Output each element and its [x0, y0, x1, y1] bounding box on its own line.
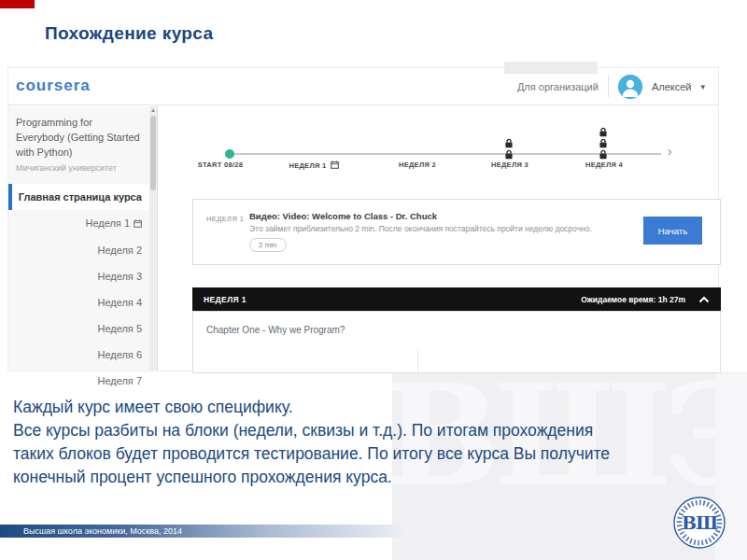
- sidebar-item-week-6[interactable]: Неделя 6: [8, 342, 157, 368]
- calendar-icon: [331, 161, 339, 171]
- task-card: НЕДЕЛЯ 1 Видео: Video: Welcome to Class …: [192, 199, 721, 265]
- timeline-next-icon[interactable]: ›: [668, 144, 672, 159]
- chapter-card: Chapter One - Why we Program?: [192, 311, 721, 373]
- body-line: Все курсы разбиты на блоки (недели, скви…: [13, 419, 610, 442]
- week-section-header[interactable]: НЕДЕЛЯ 1 Ожидаемое время: 1h 27m: [192, 287, 721, 311]
- lock-icon: [504, 149, 514, 160]
- lock-icon: [599, 127, 608, 137]
- sidebar-item-course-home[interactable]: Главная страница курса: [8, 184, 157, 210]
- body-line: Каждый курс имеет свою специфику.: [13, 396, 610, 419]
- hse-logo: ВШ: [672, 496, 726, 550]
- sidebar-item-week-3[interactable]: Неделя 3: [8, 263, 157, 289]
- course-main: › START 08/28 НЕДЕЛЯ 1 НЕДЕЛЯ 2 НЕДЕЛЯ 3…: [159, 106, 718, 371]
- footer-bar: Высшая школа экономики, Москва, 2014: [0, 525, 408, 538]
- duration-badge: 2 min: [249, 238, 287, 252]
- body-line: конечный процент успешного прохождения к…: [13, 466, 610, 489]
- header-divider: [608, 77, 609, 97]
- scroll-up-icon[interactable]: ▲: [149, 106, 157, 114]
- slide: Похождение курса coursera Для организаци…: [0, 0, 747, 560]
- course-university: Мичиганский университет: [16, 163, 142, 173]
- sidebar-scrollbar[interactable]: ▲: [149, 106, 157, 371]
- timeline-week4-label: НЕДЕЛЯ 4: [561, 161, 647, 169]
- sidebar-item-week-1[interactable]: Неделя 1: [8, 210, 157, 237]
- sidebar-item-week-7[interactable]: Неделя 7: [8, 368, 157, 394]
- template-decoration-box: [504, 62, 598, 74]
- lock-icon: [599, 149, 608, 160]
- task-card-week-label: НЕДЕЛЯ 1: [206, 215, 244, 223]
- timeline-week1-label: НЕДЕЛЯ 1: [271, 161, 357, 171]
- course-sidebar: Programming for Everybody (Getting Start…: [8, 106, 158, 371]
- week-time-estimate: Ожидаемое время: 1h 27m: [581, 295, 685, 304]
- lock-icon: [504, 138, 514, 148]
- chevron-down-icon[interactable]: ▾: [700, 82, 705, 91]
- week4-lock-stack: [599, 127, 608, 160]
- slide-body-text: Каждый курс имеет свою специфику. Все ку…: [13, 396, 610, 489]
- timeline-track: [230, 153, 661, 155]
- scrollbar-thumb[interactable]: [150, 116, 156, 190]
- sidebar-item-week-2[interactable]: Неделя 2: [8, 237, 157, 263]
- page-title: Похождение курса: [45, 23, 214, 44]
- red-accent-bar: [0, 0, 35, 8]
- sidebar-item-week-5[interactable]: Неделя 5: [8, 315, 157, 342]
- calendar-icon: [134, 218, 142, 230]
- coursera-header: coursera Для организаций Алексей ▾: [8, 68, 718, 105]
- sidebar-item-week-4[interactable]: Неделя 4: [8, 289, 157, 315]
- footer-text: Высшая школа экономики, Москва, 2014: [23, 525, 182, 538]
- for-organizations-link[interactable]: Для организаций: [517, 81, 599, 92]
- lock-icon: [599, 138, 608, 148]
- week-section-label: НЕДЕЛЯ 1: [204, 295, 247, 304]
- task-card-title[interactable]: Видео: Video: Welcome to Class - Dr. Chu…: [249, 211, 437, 221]
- user-icon: [618, 75, 642, 99]
- course-title: Programming for Everybody (Getting Start…: [16, 116, 142, 161]
- timeline-start-label: START 08/28: [177, 161, 263, 169]
- coursera-screenshot: coursera Для организаций Алексей ▾ Progr…: [7, 67, 719, 371]
- task-card-description: Это займет приблизительно 2 min. После о…: [249, 224, 592, 233]
- avatar[interactable]: [618, 75, 642, 99]
- week3-lock-stack: [504, 138, 514, 160]
- timeline-start-dot: [225, 149, 234, 159]
- timeline-week2-label: НЕДЕЛЯ 2: [374, 161, 460, 169]
- timeline-week3-label: НЕДЕЛЯ 3: [467, 161, 553, 169]
- start-button[interactable]: Начать: [643, 217, 702, 245]
- coursera-logo[interactable]: coursera: [16, 77, 91, 95]
- chevron-up-icon[interactable]: [698, 296, 710, 303]
- chapter-column-divider: [417, 349, 418, 372]
- chapter-title: Chapter One - Why we Program?: [206, 325, 345, 335]
- svg-text:ВШ: ВШ: [682, 512, 718, 533]
- body-line: таких блоков будет проводится тестирован…: [13, 442, 610, 466]
- user-name[interactable]: Алексей: [652, 81, 692, 92]
